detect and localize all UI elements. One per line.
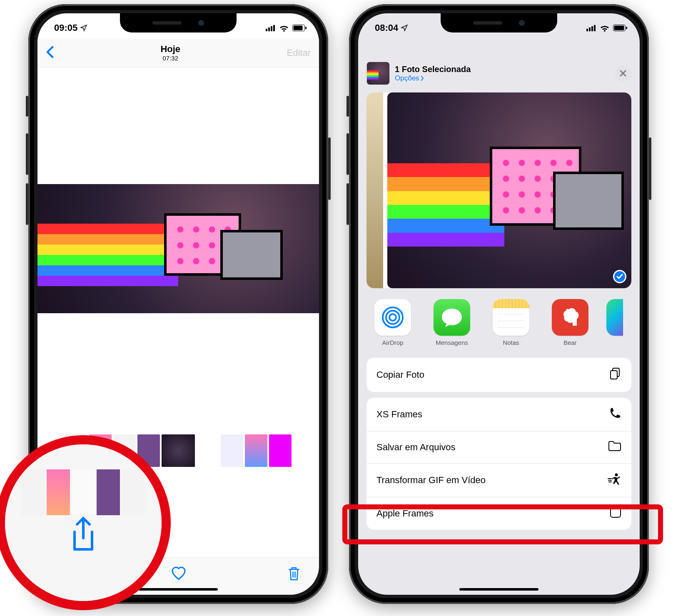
svg-rect-20 [611,507,621,517]
svg-point-14 [389,314,396,321]
phone-frame-right: 08:04 1 Foto Selecionada Opções [349,4,649,604]
favorite-button[interactable] [171,566,186,582]
app-messages[interactable]: Mensagens [429,299,475,346]
svg-rect-9 [591,26,593,31]
svg-rect-2 [271,26,272,31]
actions-group-2: XS Frames Salvar em Arquivos Transformar… [366,398,631,530]
close-icon [619,70,627,77]
svg-point-15 [386,311,399,324]
actions-group-1: Copiar Foto [366,358,631,392]
preview-main [387,92,631,288]
nav-title-text: Hoje [160,44,180,54]
status-time: 08:04 [375,22,398,33]
app-label: Notas [488,339,534,346]
svg-rect-18 [611,371,617,379]
svg-point-19 [615,474,618,476]
adjacent-photo-peek [366,92,383,288]
svg-rect-13 [626,27,627,29]
action-label: Apple Frames [376,508,434,519]
action-label: Salvar em Arquivos [376,442,456,453]
app-airdrop[interactable]: AirDrop [370,299,416,346]
photo-content [37,184,319,313]
location-icon [401,24,408,32]
battery-icon [292,25,307,31]
app-label: Bear [547,339,593,346]
phone-icon [609,407,621,422]
action-save-files[interactable]: Salvar em Arquivos [366,431,631,464]
phone-frame-left: 09:05 Hoje 07:32 Editar [28,4,328,604]
notch [120,13,237,32]
share-thumbnail [366,62,390,85]
back-button[interactable] [46,46,54,60]
svg-rect-8 [589,27,591,31]
notch [441,13,557,32]
app-label: Mensagens [429,339,475,346]
screen-left: 09:05 Hoje 07:32 Editar [37,13,319,595]
photo-viewer[interactable] [37,67,319,430]
copy-icon [609,367,621,383]
svg-rect-5 [294,26,303,30]
airdrop-icon [380,305,405,330]
battery-icon [613,25,627,31]
chevron-right-icon [420,75,424,81]
share-title: 1 Foto Selecionada [395,65,471,74]
home-indicator[interactable] [459,588,538,591]
action-xs-frames[interactable]: XS Frames [366,398,631,431]
shortcut-run-icon [607,473,621,488]
screen-right: 08:04 1 Foto Selecionada Opções [358,13,640,595]
bear-icon [558,306,582,329]
edit-button[interactable]: Editar [287,47,311,58]
home-indicator[interactable] [139,588,218,591]
close-button[interactable] [615,65,631,82]
app-more[interactable] [606,299,640,346]
nav-title: Hoje 07:32 [160,44,180,62]
cellular-icon [586,25,596,31]
wifi-icon [279,24,289,32]
share-options-button[interactable]: Opções [395,74,471,82]
nav-subtitle-text: 07:32 [160,55,180,62]
selected-check-icon [613,270,626,283]
share-button[interactable] [56,565,70,584]
app-notes[interactable]: Notas [488,299,534,346]
svg-rect-1 [268,27,270,31]
action-gif-to-video[interactable]: Transformar GIF em Vídeo [366,464,631,497]
action-label: Transformar GIF em Vídeo [376,475,486,486]
thumbnail-strip[interactable] [37,430,319,471]
nav-bar: Hoje 07:32 Editar [37,38,319,67]
share-apps-row[interactable]: AirDrop Mensagens Notas [358,297,640,352]
wifi-icon [600,24,610,32]
app-label: AirDrop [370,339,416,346]
cellular-icon [266,25,276,31]
svg-rect-6 [305,27,307,29]
svg-rect-3 [273,25,275,31]
app-bear[interactable]: Bear [547,299,593,346]
messages-icon [441,307,463,328]
shortcut-box-icon [610,506,621,521]
location-icon [80,24,87,32]
action-copy-photo[interactable]: Copiar Foto [366,358,631,392]
svg-rect-10 [594,25,596,31]
action-label: Copiar Foto [376,369,424,380]
share-preview[interactable] [366,92,631,288]
svg-rect-0 [266,29,267,31]
trash-button[interactable] [288,566,300,583]
action-apple-frames[interactable]: Apple Frames [366,497,631,530]
svg-rect-7 [586,29,588,31]
share-header: 1 Foto Selecionada Opções [358,56,640,91]
action-label: XS Frames [376,409,422,420]
svg-rect-12 [614,26,624,30]
folder-icon [608,441,621,454]
status-time: 09:05 [54,22,77,33]
